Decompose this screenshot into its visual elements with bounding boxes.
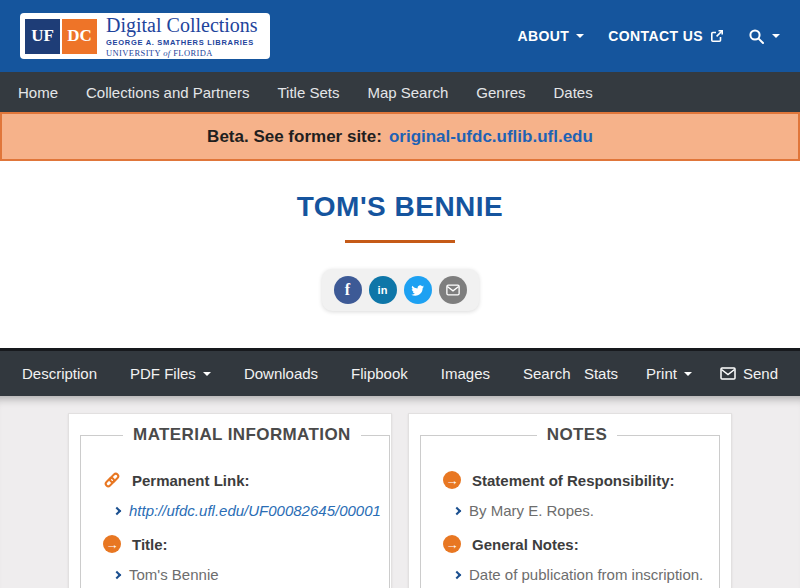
chevron-right-icon — [113, 570, 121, 578]
images-label: Images — [441, 365, 490, 382]
statement-of-responsibility-row: → Statement of Responsibility: — [443, 471, 711, 489]
material-information-card: MATERIAL INFORMATION Permanent Link: htt… — [68, 413, 392, 588]
statement-of-responsibility-label: Statement of Responsibility: — [472, 472, 675, 489]
nav-item-map-search[interactable]: Map Search — [353, 84, 462, 101]
arrow-circle-icon: → — [103, 535, 121, 553]
arrow-circle-icon: → — [443, 535, 461, 553]
send-label: Send — [743, 365, 778, 382]
facebook-icon[interactable]: f — [334, 276, 362, 304]
nav-item-dates[interactable]: Dates — [539, 84, 606, 101]
logo-title: Digital Collections — [106, 15, 258, 36]
beta-banner-text: Beta. See former site: — [207, 127, 382, 147]
toolbar-pdf-files[interactable]: PDF Files — [130, 365, 211, 382]
header-menu: ABOUT CONTACT US — [517, 28, 780, 45]
ufdc-logo-squares: UF DC — [25, 19, 97, 54]
search-icon — [748, 28, 765, 45]
notes-card: NOTES → Statement of Responsibility: By … — [408, 413, 732, 588]
permanent-link-label: Permanent Link: — [132, 472, 250, 489]
about-label: ABOUT — [517, 28, 569, 44]
notes-title: NOTES — [537, 425, 618, 445]
linkedin-icon[interactable]: in — [369, 276, 397, 304]
statement-of-responsibility-value: By Mary E. Ropes. — [454, 502, 711, 519]
flipbook-label: Flipbook — [351, 365, 408, 382]
twitter-bird-icon — [410, 283, 425, 298]
item-toolbar: Description PDF Files Downloads Flipbook… — [0, 348, 800, 396]
former-site-link[interactable]: original-ufdc.uflib.ufl.edu — [389, 127, 593, 147]
metadata-section: MATERIAL INFORMATION Permanent Link: htt… — [0, 396, 800, 588]
title-label: Title: — [132, 536, 168, 553]
stats-label: Stats — [584, 365, 618, 382]
permanent-link-value: http://ufdc.ufl.edu/UF00082645/00001 — [114, 502, 381, 519]
permanent-link-url[interactable]: http://ufdc.ufl.edu/UF00082645/00001 — [129, 502, 381, 519]
dc-square: DC — [62, 19, 97, 54]
toolbar-print[interactable]: Print — [646, 365, 692, 382]
caret-down-icon — [684, 372, 692, 376]
chevron-right-icon — [113, 506, 121, 514]
general-note-value-1: Date of publication from inscription. — [454, 566, 711, 583]
toolbar-right: Stats Print Send — [584, 365, 778, 382]
beta-banner: Beta. See former site: original-ufdc.ufl… — [0, 112, 800, 161]
uf-square: UF — [25, 19, 60, 54]
toolbar-flipbook[interactable]: Flipbook — [351, 365, 408, 382]
caret-down-icon — [576, 34, 584, 38]
toolbar-images[interactable]: Images — [441, 365, 490, 382]
logo-institution: UNIVERSITY of FLORIDA — [106, 48, 258, 58]
toolbar-search[interactable]: Search — [523, 365, 571, 382]
page: UF DC Digital Collections GEORGE A. SMAT… — [0, 0, 800, 588]
toolbar-downloads[interactable]: Downloads — [244, 365, 318, 382]
page-title: TOM'S BENNIE — [0, 191, 800, 223]
link-icon — [103, 471, 121, 489]
logo-text: Digital Collections GEORGE A. SMATHERS L… — [106, 15, 258, 58]
institution-of: of — [163, 48, 170, 58]
envelope-icon — [446, 284, 460, 296]
material-information-title: MATERIAL INFORMATION — [123, 425, 361, 445]
institution-post: FLORIDA — [173, 48, 213, 58]
search-label: Search — [523, 365, 571, 382]
social-share-wrap: f in — [0, 269, 800, 311]
caret-down-icon — [203, 372, 211, 376]
statement-text: By Mary E. Ropes. — [469, 502, 594, 519]
nav-item-title-sets[interactable]: Title Sets — [263, 84, 353, 101]
about-menu[interactable]: ABOUT — [517, 28, 584, 44]
nav-item-genres[interactable]: Genres — [462, 84, 539, 101]
site-header: UF DC Digital Collections GEORGE A. SMAT… — [0, 0, 800, 72]
envelope-icon — [720, 367, 736, 380]
contact-label: CONTACT US — [608, 28, 703, 44]
chevron-right-icon — [453, 570, 461, 578]
general-note-text-1: Date of publication from inscription. — [469, 566, 703, 583]
search-button[interactable] — [748, 28, 780, 45]
caret-down-icon — [772, 34, 780, 38]
pdf-files-label: PDF Files — [130, 365, 196, 382]
chevron-right-icon — [453, 506, 461, 514]
email-icon[interactable] — [439, 276, 467, 304]
title-row: → Title: — [103, 535, 381, 553]
title-section: TOM'S BENNIE f in — [0, 161, 800, 348]
logo-subtitle: GEORGE A. SMATHERS LIBRARIES — [106, 38, 258, 47]
downloads-label: Downloads — [244, 365, 318, 382]
description-label: Description — [22, 365, 97, 382]
toolbar-stats[interactable]: Stats — [584, 365, 618, 382]
toolbar-left: Description PDF Files Downloads Flipbook… — [22, 365, 571, 382]
external-link-icon — [710, 29, 724, 43]
general-notes-row: → General Notes: — [443, 535, 711, 553]
title-underline — [345, 240, 455, 243]
institution-pre: UNIVERSITY — [106, 48, 161, 58]
material-information-fieldset: MATERIAL INFORMATION Permanent Link: htt… — [80, 425, 390, 588]
notes-fieldset: NOTES → Statement of Responsibility: By … — [420, 425, 720, 588]
nav-item-collections-and-partners[interactable]: Collections and Partners — [72, 84, 263, 101]
title-text: Tom's Bennie — [129, 566, 219, 583]
ufdc-logo[interactable]: UF DC Digital Collections GEORGE A. SMAT… — [20, 13, 270, 59]
main-nav: Home Collections and Partners Title Sets… — [0, 72, 800, 112]
permanent-link-row: Permanent Link: — [103, 471, 381, 489]
arrow-circle-icon: → — [443, 471, 461, 489]
title-value: Tom's Bennie — [114, 566, 381, 583]
contact-us-link[interactable]: CONTACT US — [608, 28, 724, 44]
print-label: Print — [646, 365, 677, 382]
toolbar-description[interactable]: Description — [22, 365, 97, 382]
general-notes-label: General Notes: — [472, 536, 579, 553]
toolbar-send[interactable]: Send — [720, 365, 778, 382]
social-share-bar: f in — [322, 269, 479, 311]
twitter-icon[interactable] — [404, 276, 432, 304]
nav-item-home[interactable]: Home — [4, 84, 72, 101]
